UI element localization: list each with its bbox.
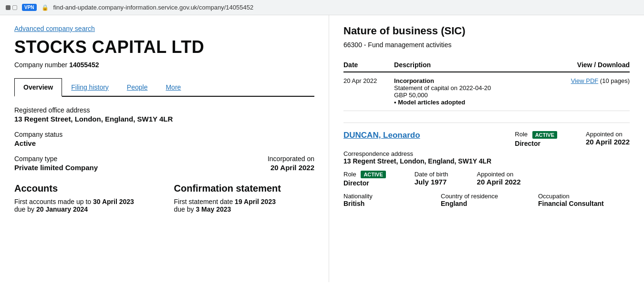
filing-desc-line1-0: Statement of capital on 2022-04-20 [394,84,540,92]
accounts-prefix: First accounts made up to [14,198,91,205]
accounts-date1: 30 April 2023 [93,198,134,205]
active-badge: ACTIVE [532,131,557,139]
col-view: View / Download [540,58,630,72]
dob-label: Date of birth [415,171,448,178]
col-date: Date [343,58,394,72]
right-panel: Nature of business (SIC) 66300 - Fund ma… [329,15,644,282]
filing-row-0: 20 Apr 2022 Incorporation Statement of c… [343,72,630,111]
nationality-value: British [343,200,435,207]
confirmation-date2: 3 May 2023 [196,205,231,213]
confirmation-heading: Confirmation statement [174,183,315,194]
accounts-text: First accounts made up to 30 April 2023 … [14,198,155,213]
dob-value: July 1977 [415,178,448,186]
tab-overview[interactable]: Overview [14,78,62,97]
filing-desc-title-0: Incorporation [394,77,540,84]
incorporated-col: Incorporated on 20 April 2022 [165,155,315,172]
person-name-link[interactable]: DUNCAN, Leonardo [343,131,420,140]
company-type-row: Company type Private limited Company Inc… [14,155,314,172]
browser-icon-grid [6,5,10,10]
lock-icon: 🔒 [42,4,49,11]
registered-office-label: Registered office address [14,106,314,114]
occupation-value: Financial Consultant [538,200,630,207]
registered-office-section: Registered office address 13 Regent Stre… [14,106,314,123]
person-details-grid: Nationality British Country of residence… [343,193,630,207]
company-number-label: Company number [14,61,67,69]
appointed2-label: Appointed on [477,171,521,178]
company-status-label: Company status [14,131,314,138]
accounts-date2: 20 January 2024 [36,205,88,213]
page-wrapper: Advanced company search STOCKS CAPITAL L… [0,15,644,282]
view-pdf-suffix-0: (10 pages) [600,77,630,84]
appointed-group: Appointed on 20 April 2022 [586,131,630,147]
confirmation-date1: 19 April 2023 [235,198,276,205]
sic-heading: Nature of business (SIC) [343,25,630,37]
sic-code: 66300 - Fund management activities [343,41,630,49]
col-description: Description [394,58,540,72]
country-value: England [441,200,532,207]
country-label: Country of residence [441,193,532,200]
dob-group: Date of birth July 1977 [415,171,448,186]
filing-desc-bullet-0: Model articles adopted [394,99,540,106]
appointed-value: 20 April 2022 [586,138,630,146]
accounts-section: Accounts First accounts made up to 30 Ap… [14,183,155,213]
accounts-heading: Accounts [14,183,155,194]
company-number-row: Company number 14055452 [14,61,314,69]
company-status-section: Company status Active [14,131,314,147]
company-type-value: Private limited Company [14,163,165,172]
filing-table-header: Date Description View / Download [343,58,630,72]
correspondence-address: 13 Regent Street, London, England, SW1Y … [343,157,630,165]
person-role2-group: Role ACTIVE Director [343,171,386,187]
person-role-value: Director [515,140,557,147]
nationality-item: Nationality British [343,193,435,207]
accounts-due-label: due by [14,205,34,213]
company-status-value: Active [14,139,314,147]
company-name: STOCKS CAPITAL LTD [14,37,314,57]
appointed2-group: Appointed on 20 April 2022 [477,171,521,186]
filing-table: Date Description View / Download 20 Apr … [343,58,630,111]
tab-filing-history[interactable]: Filing history [62,78,118,96]
role-label: Role ACTIVE [515,131,557,139]
incorporated-label: Incorporated on [165,155,315,163]
active2-badge: ACTIVE [361,171,385,178]
company-type-col: Company type Private limited Company [14,155,165,172]
occupation-label: Occupation [538,193,630,200]
confirmation-due-label: due by [174,205,194,213]
vpn-badge: VPN [22,4,37,11]
person-role2-value: Director [343,179,386,187]
nationality-label: Nationality [343,193,435,200]
advanced-search-link[interactable]: Advanced company search [14,25,95,32]
browser-icon-grid2 [12,5,17,10]
tabs: Overview Filing history People More [14,78,314,97]
confirmation-section: Confirmation statement First statement d… [174,183,315,213]
accounts-confirmation: Accounts First accounts made up to 30 Ap… [14,183,314,213]
appointed-label: Appointed on [586,131,630,138]
browser-icons [6,5,17,10]
filing-date-0: 20 Apr 2022 [343,72,394,111]
tab-more[interactable]: More [156,78,190,96]
person-section: DUNCAN, Leonardo Role ACTIVE Director Ap… [343,123,630,207]
correspondence-label: Correspondence address [343,150,630,157]
country-item: Country of residence England [441,193,532,207]
occupation-item: Occupation Financial Consultant [538,193,630,207]
appointed2-value: 20 April 2022 [477,178,521,186]
person-role-group: Role ACTIVE Director [515,131,557,147]
registered-office-value: 13 Regent Street, London, England, SW1Y … [14,115,314,123]
filing-desc-line2-0: GBP 50,000 [394,92,540,99]
company-type-label: Company type [14,155,165,163]
tab-people[interactable]: People [118,78,157,96]
role2-label: Role ACTIVE [343,171,386,179]
filing-desc-0: Incorporation Statement of capital on 20… [394,72,540,111]
company-number-value: 14055452 [69,61,99,69]
view-pdf-link-0[interactable]: View PDF [571,77,599,84]
filing-view-0: View PDF (10 pages) [540,72,630,111]
incorporated-value: 20 April 2022 [165,163,315,172]
url-bar[interactable]: find-and-update.company-information.serv… [53,4,638,11]
left-panel: Advanced company search STOCKS CAPITAL L… [0,15,329,282]
confirmation-prefix: First statement date [174,198,233,205]
browser-bar: VPN 🔒 find-and-update.company-informatio… [0,0,644,15]
confirmation-text: First statement date 19 April 2023 due b… [174,198,315,213]
